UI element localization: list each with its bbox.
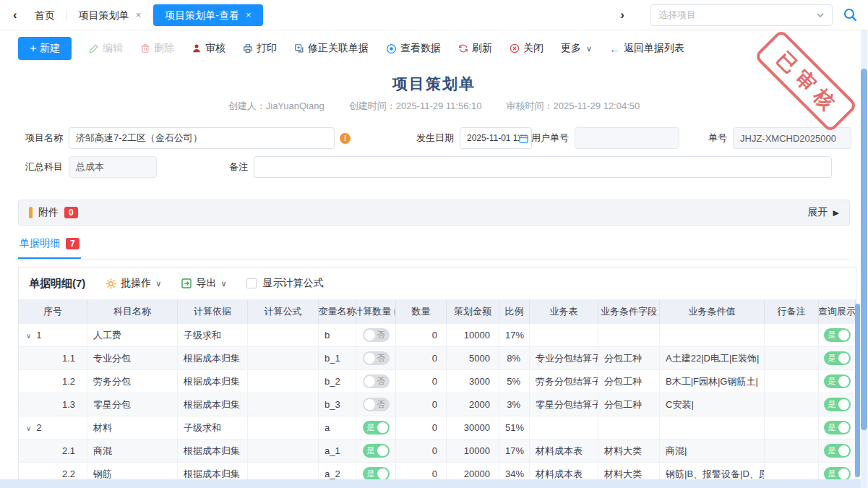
calc-qty-toggle[interactable]: 否 [363, 328, 390, 342]
edit-button[interactable]: 编辑 [89, 42, 123, 55]
remark-field[interactable] [254, 156, 832, 178]
expand-row-icon[interactable]: ∨ [26, 424, 31, 432]
column-header-5: 计算数量? [356, 299, 396, 323]
occur-date-field[interactable]: 2025-11-01 11:47: [460, 127, 532, 149]
user-no-field[interactable] [575, 127, 679, 149]
audit-button[interactable]: 审核 [192, 42, 225, 55]
refresh-button[interactable]: 刷新 [458, 42, 492, 55]
cell-amount: 10000 [447, 324, 499, 346]
tab-2[interactable]: 项目策划单-查看× [153, 4, 262, 26]
page-scrollbar-track[interactable] [861, 30, 867, 488]
cell-subject: 人工费 [87, 324, 178, 346]
display-toggle[interactable]: 是 [819, 324, 856, 346]
calc-qty-toggle[interactable]: 否 [356, 347, 396, 369]
expand-button[interactable]: 展开 ▶ [808, 206, 839, 219]
table-row[interactable]: 2.1商混根据成本归集a_1是01000017%材料成本表材料大类商混|是 [19, 439, 856, 462]
close-tab-icon[interactable]: × [246, 4, 252, 26]
search-icon[interactable] [843, 7, 858, 22]
calc-qty-toggle[interactable]: 是 [356, 416, 396, 439]
display-toggle[interactable]: 是 [824, 374, 851, 388]
table-vertical-scrollbar[interactable] [855, 304, 860, 477]
display-toggle[interactable]: 是 [824, 444, 851, 458]
project-select[interactable]: 选择项目 [650, 4, 833, 26]
display-toggle[interactable]: 是 [824, 328, 851, 342]
tab-list: 首页项目策划单×项目策划单-查看× [23, 4, 263, 26]
new-button[interactable]: +新建 [18, 37, 72, 60]
calc-qty-toggle[interactable]: 否 [356, 324, 396, 346]
button-label: 打印 [257, 42, 277, 55]
project-select-placeholder: 选择项目 [658, 9, 816, 22]
back-to-list-button[interactable]: ←返回单据列表 [609, 42, 684, 55]
calc-qty-toggle[interactable]: 是 [363, 444, 390, 458]
show-formula-checkbox[interactable]: 显示计算公式 [246, 277, 323, 290]
calc-qty-toggle[interactable]: 否 [363, 374, 390, 388]
summary-subject-field[interactable]: 总成本 [69, 156, 157, 178]
batch-actions-dropdown[interactable]: 批操作∨ [106, 277, 161, 290]
display-toggle[interactable]: 是 [824, 398, 851, 411]
audit-icon [192, 43, 202, 53]
doclink-icon [294, 43, 304, 53]
calc-qty-toggle[interactable]: 否 [363, 351, 390, 365]
project-name-field[interactable]: 济邹高速7-2工区（金石公司） [69, 127, 335, 149]
cell-subject: 商混 [87, 440, 178, 462]
cell-cond-value: 商混| [660, 440, 765, 462]
display-toggle[interactable]: 是 [819, 393, 856, 416]
arrow-left-icon: ← [609, 43, 620, 55]
calc-qty-toggle[interactable]: 否 [356, 393, 396, 416]
close-tab-icon[interactable]: × [136, 4, 142, 26]
calc-qty-toggle[interactable]: 是 [356, 440, 396, 462]
cell-seq: ∨1 [19, 324, 87, 346]
table-row[interactable]: 1.2劳务分包根据成本归集b_2否030005%劳务分包结算子分包工种B木工|F… [19, 369, 856, 393]
cell-calc-formula [248, 416, 319, 439]
delete-button[interactable]: 删除 [140, 42, 174, 55]
attachment-bar[interactable]: 附件 0 展开 ▶ [18, 200, 850, 226]
display-toggle[interactable]: 是 [819, 370, 856, 393]
doc-no-field[interactable]: JHJZ-XMCHD2025000 [733, 127, 851, 149]
view-data-button[interactable]: 查看数据 [386, 42, 441, 55]
detail-table-card: 单据明细(7) 批操作∨ 导出∨ 显示计算公式 序号科目名称计算依据计算公式变量… [18, 267, 856, 488]
plus-icon: + [30, 41, 37, 56]
cell-subject: 专业分包 [87, 347, 178, 369]
export-dropdown[interactable]: 导出∨ [181, 277, 226, 290]
calc-qty-toggle[interactable]: 否 [363, 398, 390, 411]
cell-ratio: 51% [499, 416, 530, 439]
attachment-label: 附件 [38, 206, 59, 219]
section-marker-icon [29, 207, 33, 218]
fix-linked-docs-button[interactable]: 修正关联单据 [294, 42, 369, 55]
table-toolbar: 单据明细(7) 批操作∨ 导出∨ 显示计算公式 [19, 267, 856, 299]
more-button[interactable]: 更多∨ [561, 42, 592, 55]
print-button[interactable]: 打印 [243, 42, 277, 55]
tab-0[interactable]: 首页 [23, 4, 66, 26]
display-toggle[interactable]: 是 [824, 421, 851, 435]
info-icon[interactable]: ! [340, 133, 351, 144]
column-header-4: 变量名称 [319, 299, 356, 323]
calc-qty-toggle[interactable]: 是 [363, 421, 390, 435]
pencil-icon [89, 43, 99, 53]
display-toggle[interactable]: 是 [819, 347, 856, 369]
cell-row-remark [765, 393, 819, 416]
trash-icon [140, 43, 150, 53]
table-row[interactable]: ∨2材料子级求和a是03000051%是 [19, 416, 856, 439]
column-header-1: 科目名称 [87, 299, 178, 323]
cell-biz-table: 材料成本表 [530, 440, 598, 462]
page-scrollbar-thumb[interactable] [861, 69, 867, 430]
table-row[interactable]: 1.3零星分包根据成本归集b_3否020003%零星分包结算子分包工种C安装|是 [19, 393, 856, 416]
chevron-down-icon [816, 11, 825, 20]
button-label: 新建 [40, 42, 60, 55]
display-toggle[interactable]: 是 [819, 416, 856, 439]
display-toggle[interactable]: 是 [819, 440, 856, 462]
tabs-scroll-right-icon[interactable]: › [614, 8, 630, 22]
calc-qty-toggle[interactable]: 否 [356, 370, 396, 393]
tab-1[interactable]: 项目策划单× [67, 4, 153, 26]
table-row[interactable]: 1.1专业分包根据成本归集b_1否050008%专业分包结算子分包工种A土建22… [19, 346, 856, 369]
table-row[interactable]: ∨1人工费子级求和b否01000017%是 [19, 323, 856, 346]
cell-calc-basis: 根据成本归集 [178, 393, 248, 416]
expand-row-icon[interactable]: ∨ [26, 332, 31, 340]
tab-detail-lines[interactable]: 单据明细 7 [18, 237, 81, 259]
cell-row-remark [765, 370, 819, 393]
close-button[interactable]: 关闭 [510, 42, 543, 55]
tabs-scroll-left-icon[interactable]: ‹ [7, 8, 23, 22]
horizontal-scrollbar[interactable] [0, 479, 861, 488]
column-header-6: 数量 [396, 299, 447, 323]
display-toggle[interactable]: 是 [824, 351, 851, 365]
